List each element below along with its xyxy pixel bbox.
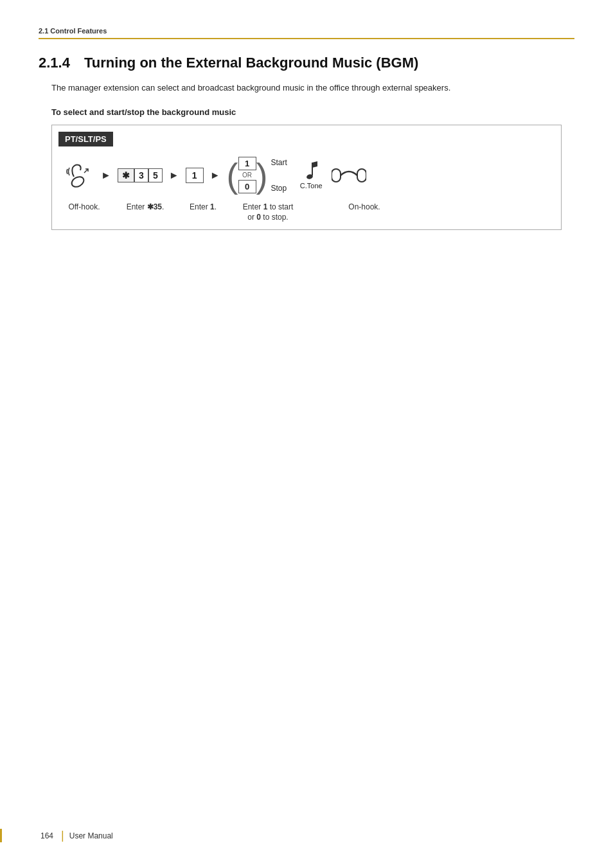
or-label: OR [242,172,252,179]
key-stop: 0 [238,180,256,193]
bracket-right-icon: ) [256,158,268,193]
diagram-box: PT/SLT/PS [51,125,562,231]
offhook-step [65,161,94,190]
arrow-2: ► [169,170,179,181]
offhook-icon [65,161,94,190]
onhook-group [332,164,366,187]
keys-star35-step: ✱ 3 5 [118,168,163,182]
stop-label: Stop [271,184,287,193]
label-start-stop: Enter 1 to startor 0 to stop. [236,202,300,224]
ctone-group: C.Tone [300,161,323,190]
arrow-3: ► [210,170,220,181]
diagram-labels-row: Off-hook. Enter ✱35. Enter 1. Enter [65,202,548,224]
key-3: 3 [134,168,148,182]
start-stop-step: ( 1 OR 0 ) Start Stop [227,157,287,193]
page-wrapper: 2.1 Control Features 2.1.4 Turning on th… [0,0,613,868]
ctone-icon [303,161,319,182]
svg-rect-2 [332,169,341,182]
key-start: 1 [238,157,256,170]
diagram-header: PT/SLT/PS [58,132,113,146]
bracket-left-icon: ( [227,158,238,193]
breadcrumb-bar: 2.1 Control Features [39,26,574,39]
label-star35: Enter ✱35. [123,202,168,213]
key-5: 5 [148,168,163,182]
footer-label: User Manual [69,831,113,840]
svg-point-0 [70,174,85,188]
keys-star35: ✱ 3 5 [118,168,163,182]
start-stop-labels: Start Stop [271,158,287,193]
onhook-icon [332,164,366,187]
label-offhook: Off-hook. [65,202,103,213]
footer-divider: | [61,829,64,842]
footer-page: 164 [40,831,53,840]
section-description: The manager extension can select and bro… [51,82,574,94]
start-label: Start [271,158,287,167]
section-title: 2.1.4 Turning on the External Background… [39,55,574,71]
key-1-step: 1 [186,168,204,183]
label-onhook: On-hook. [345,202,384,213]
breadcrumb: 2.1 Control Features [39,27,107,35]
diagram-icon-row: ► ✱ 3 5 ► 1 ► [65,153,548,198]
label-enter1: Enter 1. [187,202,219,213]
bracket-inner: 1 OR 0 [238,157,256,193]
bracket-container: ( 1 OR 0 ) [227,157,268,193]
subsection-label: To select and start/stop the background … [51,107,574,117]
footer-bar: 164 | User Manual [0,829,613,842]
diagram-content: ► ✱ 3 5 ► 1 ► [52,146,561,230]
svg-rect-3 [357,169,366,182]
key-star: ✱ [118,168,134,182]
arrow-1: ► [101,170,111,181]
ctone-label: C.Tone [300,182,323,190]
key-1: 1 [186,168,204,183]
